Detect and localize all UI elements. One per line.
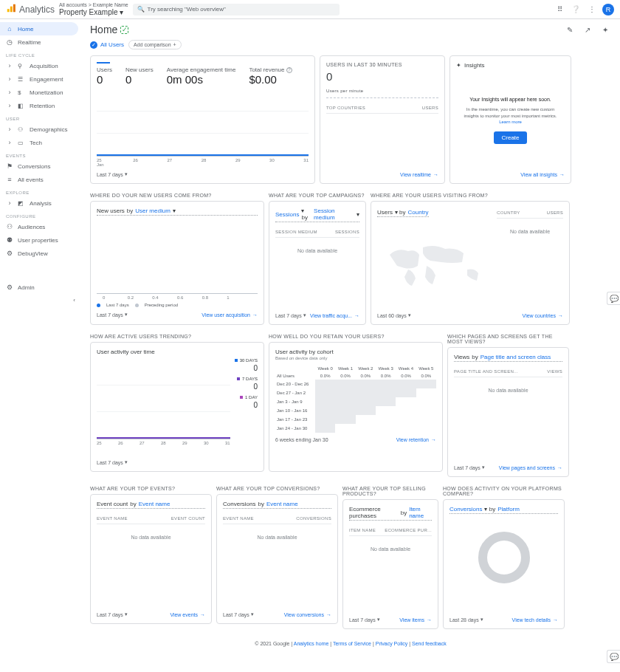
nav-analysis[interactable]: ›◩Analysis <box>0 196 78 210</box>
view-all-insights-link[interactable]: View all insights → <box>520 172 565 177</box>
pages-card: Views by Page title and screen class Pag… <box>447 347 569 477</box>
nav-user-properties[interactable]: ⚉User properties <box>0 233 78 247</box>
pages-nodata: No data available <box>454 377 562 403</box>
geo-card: Users ▾ by Country CountryUsers No data … <box>371 201 570 325</box>
platform-control[interactable]: Conversions ▾ by Platform <box>450 506 558 514</box>
campaigns-control[interactable]: Sessions ▾ by Session medium ▾ <box>275 208 359 222</box>
clock-icon: ◷ <box>6 38 13 46</box>
nav-all-events[interactable]: ≡All events <box>0 173 78 186</box>
create-insight-button[interactable]: Create <box>494 131 526 144</box>
product-logo[interactable]: Analytics <box>6 3 55 16</box>
view-tech-link[interactable]: View tech details → <box>512 617 558 623</box>
nav-home[interactable]: ⌂Home <box>0 22 78 35</box>
account-path: All accounts > Example Name <box>59 2 128 8</box>
sidebar-collapse[interactable]: ‹ <box>0 294 81 306</box>
section-configure: Configure <box>0 210 81 220</box>
learn-more-link[interactable]: Learn more <box>499 120 522 124</box>
pages-date-range[interactable]: Last 7 days ▾ <box>454 464 485 470</box>
acquisition-control[interactable]: New users by User medium ▾ <box>97 208 258 216</box>
metric-new-users[interactable]: New users0 <box>125 66 154 86</box>
chevron-right-icon: › <box>6 126 13 133</box>
gear-icon: ⚙ <box>6 284 13 291</box>
svg-rect-2 <box>13 4 16 13</box>
monetization-icon: $ <box>18 89 25 96</box>
conv-date-range[interactable]: Last 7 days ▾ <box>223 611 254 617</box>
add-comparison-button[interactable]: Add comparison+ <box>128 40 182 49</box>
acquisition-bar-chart <box>97 220 258 294</box>
nav-tech[interactable]: ›▭Tech <box>0 136 78 149</box>
nav-monetization[interactable]: ›$Monetization <box>0 86 78 99</box>
footer-link-tos[interactable]: Terms of Service <box>333 641 371 646</box>
info-icon[interactable]: ? <box>286 67 292 73</box>
nav-audiences[interactable]: ⚇Audiences <box>0 220 78 233</box>
view-realtime-link[interactable]: View realtime → <box>400 172 438 177</box>
segment-all-users[interactable]: ✓All Users <box>90 41 124 49</box>
user-avatar[interactable]: R <box>602 4 614 16</box>
metric-users[interactable]: Users0 <box>97 66 112 86</box>
metric-revenue[interactable]: Total revenue ?$0.00 <box>249 66 292 86</box>
events-control[interactable]: Event count by Event name <box>97 501 205 509</box>
events-title: What are your top events? <box>90 486 212 491</box>
search-input[interactable]: 🔍 Try searching "Web overview" <box>133 4 340 16</box>
conversions-control[interactable]: Conversions by Event name <box>223 501 331 509</box>
feedback-button-2[interactable]: 💬 <box>607 650 620 658</box>
platform-date-range[interactable]: Last 28 days ▾ <box>450 617 483 623</box>
geo-date-range[interactable]: Last 60 days ▾ <box>377 312 411 318</box>
overview-line-chart <box>97 89 309 157</box>
pages-control[interactable]: Views by Page title and screen class <box>454 354 562 362</box>
retention-title: How well do you retain your users? <box>269 334 443 339</box>
trend-date-range[interactable]: Last 7 days ▾ <box>97 459 128 465</box>
platform-donut-chart <box>478 532 530 583</box>
nav-demographics[interactable]: ›⚇Demographics <box>0 123 78 136</box>
footer-link-feedback[interactable]: Send feedback <box>412 641 447 646</box>
share-icon[interactable]: ↗ <box>582 24 593 35</box>
conversions-card: Conversions by Event name Event nameConv… <box>216 494 338 624</box>
chevron-right-icon: › <box>6 75 13 83</box>
view-events-link[interactable]: View events → <box>170 612 205 617</box>
trending-subtitle: User activity over time <box>97 349 258 355</box>
view-campaigns-link[interactable]: View traffic acqu... → <box>310 313 359 318</box>
events-date-range[interactable]: Last 7 days ▾ <box>97 611 128 617</box>
camp-date-range[interactable]: Last 7 days ▾ <box>275 312 306 318</box>
nav-retention[interactable]: ›◧Retention <box>0 99 78 112</box>
view-acquisition-link[interactable]: View user acquisition → <box>202 312 258 318</box>
view-retention-link[interactable]: View retention → <box>396 437 436 442</box>
realtime-title: Users in last 30 minutes <box>326 62 438 67</box>
footer-link-privacy[interactable]: Privacy Policy <box>376 641 408 646</box>
nav-acquisition[interactable]: ›⚲Acquisition <box>0 59 78 72</box>
check-icon: ✓ <box>90 41 97 49</box>
help-icon[interactable]: ❔ <box>570 4 582 16</box>
overview-date-range[interactable]: Last 7 days ▾ <box>97 171 128 177</box>
feedback-icon: 💬 <box>610 653 619 659</box>
world-map <box>377 222 491 303</box>
insights-spark-icon[interactable]: ✦ <box>599 24 611 35</box>
more-vert-icon[interactable]: ⋮ <box>586 4 598 16</box>
engagement-icon: ☰ <box>18 76 25 83</box>
geo-title: Where are your users visiting from? <box>371 193 570 198</box>
nav-realtime[interactable]: ◷Realtime <box>0 35 78 49</box>
nav-admin[interactable]: ⚙Admin <box>0 281 78 294</box>
verify-icon[interactable]: ✓ <box>120 26 128 34</box>
nav-debugview[interactable]: ⚙DebugView <box>0 247 78 260</box>
pages-title: Which pages and screens get the most vie… <box>447 334 569 344</box>
view-conversions-link[interactable]: View conversions → <box>284 612 331 617</box>
chevron-right-icon: › <box>6 89 13 96</box>
view-pages-link[interactable]: View pages and screens → <box>499 465 562 470</box>
apps-icon[interactable]: ⠿ <box>554 4 565 16</box>
nav-conversions[interactable]: ⚑Conversions <box>0 160 78 173</box>
product-name: Analytics <box>19 4 55 15</box>
ecom-date-range[interactable]: Last 7 days ▾ <box>349 617 380 623</box>
acq-date-range[interactable]: Last 7 days ▾ <box>97 312 128 318</box>
customize-icon[interactable]: ✎ <box>564 24 576 35</box>
metric-engagement-time[interactable]: Average engagement time0m 00s <box>167 66 236 86</box>
footer-link-home[interactable]: Analytics home <box>294 641 328 646</box>
main-content: Home✓ ✎ ↗ ✦ ✓All Users Add comparison+ U… <box>81 19 620 658</box>
overview-xaxlabels: 25Jan 262728293031 <box>97 157 309 167</box>
account-switcher[interactable]: All accounts > Example Name Property Exa… <box>59 2 128 16</box>
ecommerce-control[interactable]: Ecommerce purchases by Item name <box>349 506 432 521</box>
view-countries-link[interactable]: View countries → <box>523 313 563 318</box>
geo-control[interactable]: Users ▾ by Country <box>377 209 429 217</box>
view-items-link[interactable]: View items → <box>399 617 432 623</box>
nav-engagement[interactable]: ›☰Engagement <box>0 72 78 86</box>
feedback-button[interactable]: 💬 <box>607 292 620 305</box>
